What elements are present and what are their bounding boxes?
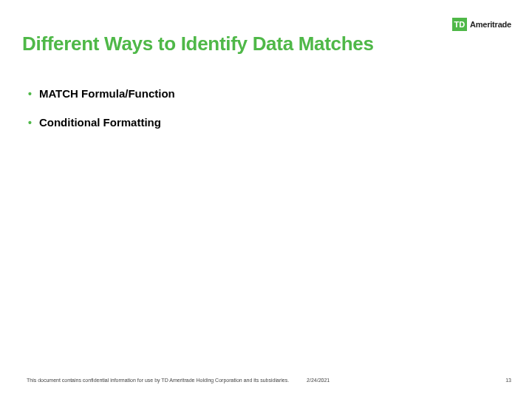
list-item: • Conditional Formatting [28, 116, 502, 129]
td-logo-mark-text: TD [454, 21, 466, 29]
td-logo-icon: TD [452, 18, 467, 31]
footer-confidential: This document contains confidential info… [27, 378, 289, 383]
bullet-icon: • [28, 117, 32, 128]
page-title: Different Ways to Identify Data Matches [22, 33, 374, 55]
brand-logo: TD Ameritrade [452, 18, 511, 31]
footer-page-number: 13 [505, 378, 511, 383]
list-item-label: Conditional Formatting [39, 116, 161, 129]
footer: This document contains confidential info… [27, 378, 511, 383]
list-item-label: MATCH Formula/Function [39, 87, 175, 100]
slide: TD Ameritrade Different Ways to Identify… [0, 0, 532, 399]
list-item: • MATCH Formula/Function [28, 87, 502, 100]
footer-date: 2/24/2021 [307, 378, 330, 383]
brand-name: Ameritrade [470, 20, 511, 29]
bullet-icon: • [28, 89, 32, 99]
bullet-list: • MATCH Formula/Function • Conditional F… [28, 87, 502, 145]
